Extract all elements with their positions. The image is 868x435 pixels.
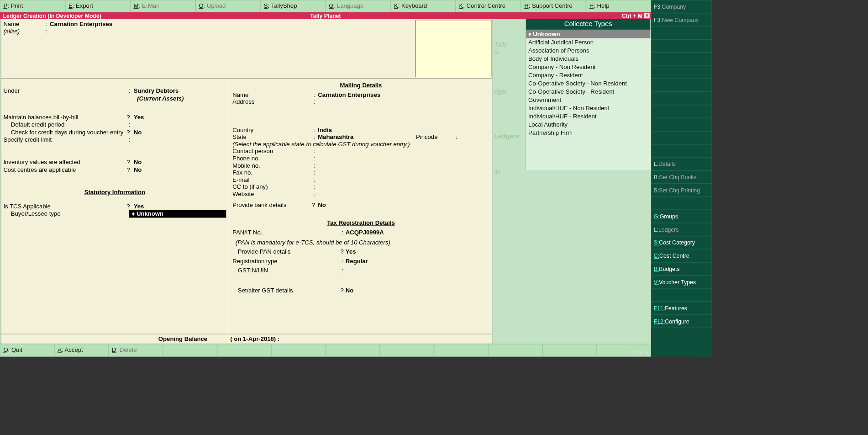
menu-e-mail[interactable]: M: E-Mail (130, 0, 195, 12)
collectee-item[interactable]: Company - Resident (526, 71, 650, 80)
reg-field[interactable]: Regular (346, 257, 368, 265)
cost-label: Cost centres are applicable (3, 166, 76, 173)
collectee-item[interactable]: Artificial Juridical Person (526, 38, 650, 47)
ctrl-n-hint: Ctrl + N (630, 349, 648, 355)
side-ledgers[interactable]: L: Ledgers (651, 223, 712, 236)
collectee-item[interactable]: Unknown (526, 30, 650, 38)
alias-label: (alias) (3, 28, 20, 35)
mail-name-label: Name (232, 91, 248, 98)
bg-text: fo. (494, 49, 501, 56)
mobile-label: Mobile no. (232, 162, 260, 169)
side-groups[interactable]: G: Groups (651, 210, 712, 223)
collectee-item[interactable]: Company - Non Resident (526, 63, 650, 71)
buyer-field[interactable]: ♦ Unknown (129, 210, 226, 218)
side-new-company[interactable]: F3: New Company (651, 13, 712, 27)
collectee-item[interactable]: Co-Operative Society - Resident (526, 88, 650, 96)
menu-empty (488, 344, 542, 357)
side-cost-centre[interactable]: C: Cost Centre (651, 249, 712, 262)
menu-language[interactable]: G: Language (326, 0, 391, 12)
side-spacer (651, 79, 712, 92)
tcs-label: Is TCS Applicable (3, 203, 50, 210)
collectee-item[interactable]: Local Authority (526, 121, 650, 129)
side-cost-category[interactable]: S: Cost Category (651, 236, 712, 249)
bg-text: dger (494, 88, 507, 95)
main-area: Tally fo. dger Ledgers lts Name : Carnat… (0, 19, 651, 344)
maintain-label: Maintain balances bill-by-bill (3, 113, 78, 121)
menu-empty (271, 344, 326, 357)
inv-field[interactable]: No (134, 159, 142, 166)
side-company[interactable]: F3: Company (651, 0, 712, 13)
pan-field[interactable]: ACQPJ0999A (346, 228, 384, 236)
name-label: Name (3, 21, 19, 27)
menu-help[interactable]: H: Help (586, 0, 651, 12)
collectee-item[interactable]: Individual/HUF - Non Resident (526, 104, 650, 112)
menu-accept[interactable]: A: Accept (54, 344, 109, 357)
side-configure[interactable]: F12: Configure (651, 315, 712, 328)
setalter-field[interactable]: No (346, 286, 353, 294)
check-credit-label: Check for credit days during voucher ent… (11, 128, 123, 136)
menu-delete[interactable]: D: Delete (109, 344, 163, 357)
collectee-types-panel: Collectee Types UnknownArtificial Juridi… (526, 19, 650, 170)
menu-tallyshop[interactable]: S: TallyShop (260, 0, 326, 12)
collectee-title: Collectee Types (526, 19, 650, 30)
collectee-item[interactable]: Co-Operative Society - Non Resident (526, 80, 650, 88)
country-field[interactable]: India (318, 126, 332, 133)
mail-name-field[interactable]: Carnation Enterprises (318, 91, 380, 98)
maintain-field[interactable]: Yes (134, 113, 144, 121)
top-menu: P: PrintE: ExportM: E-MailO: UploadS: Ta… (0, 0, 651, 12)
collectee-item[interactable]: Government (526, 96, 650, 104)
setalter-label: Set/alter GST details (238, 286, 293, 294)
collectee-item[interactable]: Individual/HUF - Resident (526, 112, 650, 121)
notes-box (415, 20, 492, 77)
state-field[interactable]: Maharashtra (318, 133, 353, 141)
under-sub: (Current Assets) (137, 95, 184, 102)
menu-empty (434, 344, 489, 357)
check-credit-field[interactable]: No (134, 128, 142, 136)
menu-keyboard[interactable]: K: Keyboard (391, 0, 456, 12)
name-field[interactable]: Carnation Enterprises (50, 21, 112, 27)
side-spacer (651, 53, 712, 66)
ledger-form: Name : Carnation Enterprises (alias) : U… (1, 19, 493, 344)
tcs-field[interactable]: Yes (134, 203, 144, 210)
side-set-chq-printing[interactable]: S: Set Chq Printing (651, 184, 712, 197)
side-set-chq-books[interactable]: B: Set Chq Books (651, 170, 712, 184)
side-voucher-types[interactable]: V: Voucher Types (651, 276, 712, 289)
cost-field[interactable]: No (134, 166, 142, 173)
menu-support centre[interactable]: H: Support Centre (521, 0, 586, 12)
tax-title: Tax Registration Details (231, 220, 491, 227)
bank-field[interactable]: No (318, 201, 326, 208)
provide-pan-field[interactable]: Yes (346, 248, 356, 255)
company-name: Tally Planet (0, 12, 651, 19)
collectee-item[interactable]: Association of Persons (526, 47, 650, 55)
side-spacer (651, 131, 712, 144)
collectee-item[interactable]: Body of Individuals (526, 55, 650, 63)
menu-empty (380, 344, 434, 357)
menu-export[interactable]: E: Export (65, 0, 131, 12)
menu-empty (163, 344, 217, 357)
bank-label: Provide bank details (232, 201, 286, 208)
reg-label: Registration type (232, 257, 277, 265)
addr-label: Address (232, 98, 254, 106)
bg-text: lts (494, 169, 500, 176)
side-spacer (651, 197, 712, 210)
under-label: Under (3, 87, 20, 95)
menu-quit[interactable]: Q: Quit (0, 344, 54, 357)
side-spacer (651, 144, 712, 158)
side-features[interactable]: F11: Features (651, 302, 712, 315)
menu-upload[interactable]: O: Upload (195, 0, 261, 12)
provide-pan-label: Provide PAN details (238, 248, 291, 255)
side-spacer (651, 39, 712, 53)
menu-print[interactable]: P: Print (0, 0, 65, 12)
side-budgets[interactable]: B: Budgets (651, 262, 712, 276)
email-label: E-mail (232, 176, 249, 183)
menu-empty (326, 344, 380, 357)
bg-text: Tally (494, 41, 507, 48)
collectee-item[interactable]: Partnership Firm (526, 129, 650, 137)
menu-control centre[interactable]: K: Control Centre (456, 0, 521, 12)
side-details[interactable]: L: Details (651, 157, 712, 170)
opening-balance-row: Opening Balance ( on 1-Apr-2018) : (1, 334, 492, 344)
side-spacer (651, 288, 712, 302)
under-field[interactable]: Sundry Debtors (134, 87, 179, 95)
side-spacer (651, 105, 712, 118)
menu-empty (217, 344, 271, 357)
